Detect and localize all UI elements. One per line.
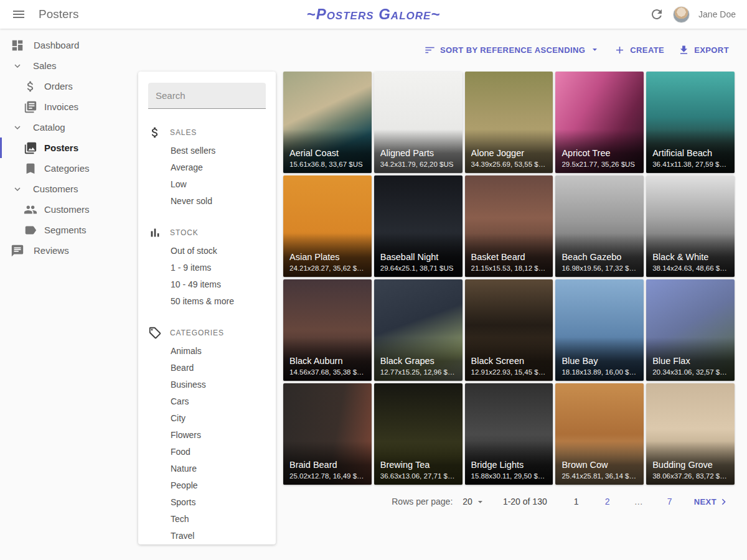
- sidebar-item-catalog[interactable]: Catalog: [0, 117, 138, 138]
- page-ellipsis: …: [629, 493, 649, 510]
- bookmark-icon: [24, 162, 37, 175]
- hamburger-icon[interactable]: [11, 7, 26, 22]
- poster-size-price: 29.5x21.77, 35,26 $US: [561, 161, 637, 168]
- pagination: Rows per page: 20 1-20 of 130 12…7 NEXT: [283, 485, 735, 518]
- filter-item-tech[interactable]: Tech: [171, 510, 266, 527]
- poster-card-braid-beard[interactable]: Braid Beard 25.02x12.78, 16,49 $US: [283, 383, 372, 485]
- filter-item-water[interactable]: Water: [171, 544, 266, 544]
- filter-item-average[interactable]: Average: [171, 159, 266, 175]
- page-button-1: 1: [566, 493, 586, 510]
- filter-item-cars[interactable]: Cars: [171, 393, 266, 409]
- pagination-range: 1-20 of 130: [503, 497, 547, 506]
- chevron-down-icon: [12, 122, 23, 133]
- poster-card-black-auburn[interactable]: Black Auburn 14.56x37.68, 35,38 $US: [283, 279, 372, 381]
- poster-card-brewing-tea[interactable]: Brewing Tea 36.63x13.06, 27,71 $US: [374, 383, 463, 485]
- sidebar-item-customers[interactable]: Customers: [0, 179, 138, 199]
- poster-card-black-screen[interactable]: Black Screen 12.91x22.93, 15,45 $US: [465, 279, 553, 381]
- poster-size-price: 18.18x13.89, 16,00 $US: [561, 368, 637, 376]
- user-name[interactable]: Jane Doe: [698, 9, 736, 19]
- poster-title: Black Grapes: [380, 356, 456, 366]
- filter-item-city[interactable]: City: [171, 409, 266, 426]
- sidebar-item-posters[interactable]: Posters: [0, 138, 138, 158]
- sidebar-item-orders[interactable]: Orders: [0, 76, 138, 96]
- poster-card-brown-cow[interactable]: Brown Cow 25.41x25.81, 36,14 $US: [555, 383, 644, 485]
- poster-size-price: 15.61x36.8, 33,67 $US: [289, 161, 365, 168]
- poster-size-price: 36.41x11.38, 27,59 $US: [652, 161, 728, 168]
- poster-card-aerial-coast[interactable]: Aerial Coast 15.61x36.8, 33,67 $US: [283, 72, 372, 173]
- poster-title: Alone Jogger: [471, 148, 547, 158]
- sidebar-item-sales[interactable]: Sales: [0, 55, 138, 76]
- filter-item-low[interactable]: Low: [171, 175, 266, 192]
- filter-item-sports[interactable]: Sports: [171, 493, 266, 510]
- poster-title: Brown Cow: [561, 460, 637, 470]
- filter-item-1-9-items[interactable]: 1 - 9 items: [171, 259, 266, 276]
- refresh-icon[interactable]: [649, 7, 664, 22]
- poster-card-blue-flax[interactable]: Blue Flax 20.34x31.06, 32,57 $US: [646, 279, 735, 381]
- filter-item-beard[interactable]: Beard: [171, 359, 266, 376]
- poster-size-price: 38.14x24.63, 48,66 $US: [652, 264, 728, 272]
- filter-item-travel[interactable]: Travel: [171, 527, 266, 544]
- poster-card-budding-grove[interactable]: Budding Grove 38.06x37.26, 83,72 $US: [646, 383, 735, 485]
- sidebar-item-categories[interactable]: Categories: [0, 158, 138, 179]
- filter-item-business[interactable]: Business: [171, 376, 266, 393]
- poster-title: Apricot Tree: [561, 148, 637, 158]
- sort-icon: [424, 44, 436, 56]
- next-page-button[interactable]: NEXT: [689, 492, 735, 511]
- poster-title: Budding Grove: [652, 460, 728, 470]
- filter-item-best-sellers[interactable]: Best sellers: [171, 142, 266, 159]
- filter-item-flowers[interactable]: Flowers: [171, 426, 266, 443]
- poster-card-apricot-tree[interactable]: Apricot Tree 29.5x21.77, 35,26 $US: [555, 72, 644, 173]
- poster-card-baseball-night[interactable]: Baseball Night 29.64x25.1, 38,71 $US: [374, 175, 463, 277]
- filter-item-never-sold[interactable]: Never sold: [171, 192, 266, 209]
- poster-card-black-white[interactable]: Black & White 38.14x24.63, 48,66 $US: [646, 175, 735, 277]
- poster-card-beach-gazebo[interactable]: Beach Gazebo 16.98x19.56, 17,32 $US: [555, 175, 644, 277]
- sidebar-item-dashboard[interactable]: Dashboard: [0, 35, 138, 55]
- poster-card-asian-plates[interactable]: Asian Plates 24.21x28.27, 35,62 $US: [283, 175, 372, 277]
- poster-card-black-grapes[interactable]: Black Grapes 12.77x15.25, 12,96 $US: [374, 279, 463, 381]
- label-icon: [24, 223, 37, 237]
- chevron-down-icon: [12, 60, 23, 72]
- page-button-7[interactable]: 7: [660, 493, 680, 510]
- sidebar-item-reviews[interactable]: Reviews: [0, 240, 138, 261]
- filter-item-food[interactable]: Food: [171, 443, 266, 460]
- create-button[interactable]: Create: [608, 40, 670, 60]
- filter-item-out-of-stock[interactable]: Out of stock: [171, 242, 266, 259]
- poster-size-price: 36.63x13.06, 27,71 $US: [380, 472, 456, 480]
- poster-size-price: 25.02x12.78, 16,49 $US: [289, 472, 365, 480]
- filter-item-50-items-more[interactable]: 50 items & more: [171, 292, 266, 309]
- filter-section-header: Stock: [148, 226, 266, 240]
- filter-item-nature[interactable]: Nature: [171, 460, 266, 477]
- download-icon: [678, 44, 690, 56]
- sidebar-item-invoices[interactable]: Invoices: [0, 96, 138, 117]
- page-button-2[interactable]: 2: [598, 493, 618, 510]
- posters-icon: [24, 141, 37, 155]
- dollar-icon: [148, 126, 162, 139]
- filter-item-animals[interactable]: Animals: [171, 342, 266, 359]
- side-nav: Dashboard Sales Orders Invoices Catalog …: [0, 29, 138, 560]
- poster-title: Beach Gazebo: [561, 252, 637, 262]
- poster-card-alone-jogger[interactable]: Alone Jogger 34.39x25.69, 53,55 $US: [465, 72, 553, 173]
- sidebar-item-customers[interactable]: Customers: [0, 199, 138, 220]
- filter-item-people[interactable]: People: [171, 477, 266, 493]
- sort-button[interactable]: Sort by reference ascending: [418, 40, 606, 60]
- poster-card-blue-bay[interactable]: Blue Bay 18.18x13.89, 16,00 $US: [555, 279, 644, 381]
- poster-size-price: 25.41x25.81, 36,14 $US: [561, 472, 637, 480]
- reviews-icon: [11, 244, 24, 258]
- dashboard-icon: [11, 39, 24, 52]
- invoices-icon: [24, 100, 37, 114]
- search-input[interactable]: [156, 90, 276, 101]
- avatar[interactable]: [673, 6, 690, 23]
- export-button[interactable]: Export: [672, 40, 735, 60]
- poster-card-bridge-lights[interactable]: Bridge Lights 15.88x30.11, 29,50 $US: [465, 383, 553, 485]
- poster-title: Black Auburn: [289, 356, 365, 366]
- sidebar-item-segments[interactable]: Segments: [0, 220, 138, 240]
- rows-per-page-select[interactable]: 20: [463, 497, 486, 507]
- filter-section-sales: Sales Best sellersAverageLowNever sold: [148, 126, 266, 209]
- poster-card-basket-beard[interactable]: Basket Beard 21.15x15.53, 18,12 $US: [465, 175, 553, 277]
- poster-card-artificial-beach[interactable]: Artificial Beach 36.41x11.38, 27,59 $US: [646, 72, 735, 173]
- poster-title: Blue Bay: [561, 356, 637, 366]
- filter-item-10-49-items[interactable]: 10 - 49 items: [171, 276, 266, 292]
- app-logo: ~Posters Galore~: [307, 6, 441, 23]
- page-title: Posters: [39, 7, 78, 21]
- poster-card-aligned-parts[interactable]: Aligned Parts 34.2x31.79, 62,20 $US: [374, 72, 463, 173]
